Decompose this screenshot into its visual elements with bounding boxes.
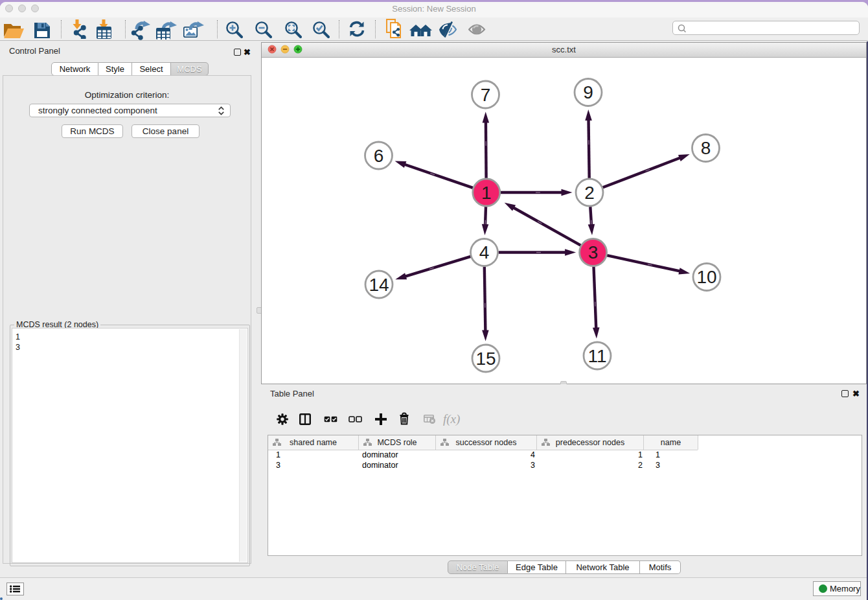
svg-text:14: 14: [369, 275, 389, 295]
svg-text:7: 7: [481, 85, 491, 105]
svg-text:15: 15: [475, 349, 496, 369]
svg-text:1: 1: [481, 183, 492, 203]
svg-text:9: 9: [583, 82, 593, 102]
svg-text:11: 11: [588, 346, 606, 366]
svg-text:3: 3: [588, 242, 599, 262]
svg-text:10: 10: [696, 267, 716, 287]
svg-text:2: 2: [584, 183, 595, 203]
svg-text:4: 4: [479, 242, 490, 262]
svg-text:6: 6: [374, 146, 384, 166]
svg-text:8: 8: [701, 138, 711, 158]
